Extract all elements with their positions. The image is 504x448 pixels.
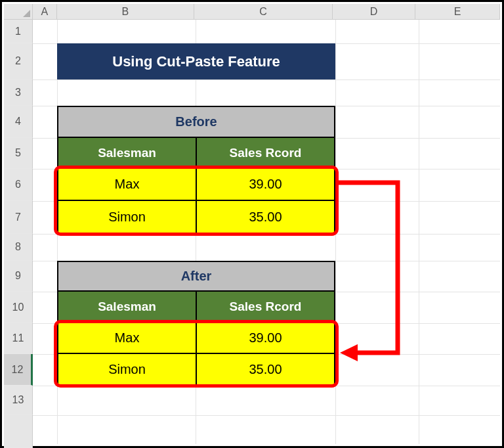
row-header-3[interactable]: 3 — [4, 79, 33, 106]
table2-r2c1[interactable]: Simon — [57, 353, 197, 386]
table1-r2c1[interactable]: Simon — [57, 200, 197, 234]
table2-r2c2[interactable]: 35.00 — [196, 353, 335, 386]
col-header-b[interactable]: B — [57, 4, 194, 19]
table1-col1-header: Salesman — [57, 137, 197, 169]
row-header-12[interactable]: 12 — [4, 354, 33, 386]
col-header-a[interactable]: A — [33, 4, 57, 19]
table2-r1c2[interactable]: 39.00 — [196, 322, 335, 354]
row-header-13[interactable]: 13 — [4, 386, 33, 415]
row-header-8[interactable]: 8 — [4, 234, 33, 261]
spreadsheet: ABCDE 12345678910111213 Using Cut-Paste … — [0, 0, 504, 448]
table2-r1c1[interactable]: Max — [57, 322, 197, 354]
row-header-1[interactable]: 1 — [4, 20, 33, 43]
row-header-6[interactable]: 6 — [4, 169, 33, 201]
table2-header: After — [57, 261, 335, 292]
table1-r1c2[interactable]: 39.00 — [196, 168, 335, 201]
table2-col2-header: Sales Rcord — [196, 290, 335, 323]
select-all-corner[interactable] — [4, 4, 33, 20]
page-title: Using Cut-Paste Feature — [57, 43, 335, 79]
row-header-2[interactable]: 2 — [4, 43, 33, 79]
col-header-e[interactable]: E — [415, 4, 500, 19]
row-header-5[interactable]: 5 — [4, 138, 33, 169]
row-header-11[interactable]: 11 — [4, 323, 33, 354]
row-header-9[interactable]: 9 — [4, 261, 33, 292]
col-header-c[interactable]: C — [194, 4, 333, 19]
row-header-tail — [4, 415, 33, 448]
row-header-10[interactable]: 10 — [4, 292, 33, 323]
table1-r1c1[interactable]: Max — [57, 168, 197, 201]
column-headers: ABCDE — [33, 4, 500, 20]
row-header-4[interactable]: 4 — [4, 106, 33, 138]
table1-col2-header: Sales Rcord — [196, 137, 335, 169]
table1-r2c2[interactable]: 35.00 — [196, 200, 335, 234]
col-header-d[interactable]: D — [333, 4, 415, 19]
svg-marker-0 — [340, 344, 358, 361]
table2-col1-header: Salesman — [57, 290, 197, 323]
row-header-7[interactable]: 7 — [4, 201, 33, 234]
table1-header: Before — [57, 106, 335, 138]
row-headers: 12345678910111213 — [4, 20, 33, 448]
